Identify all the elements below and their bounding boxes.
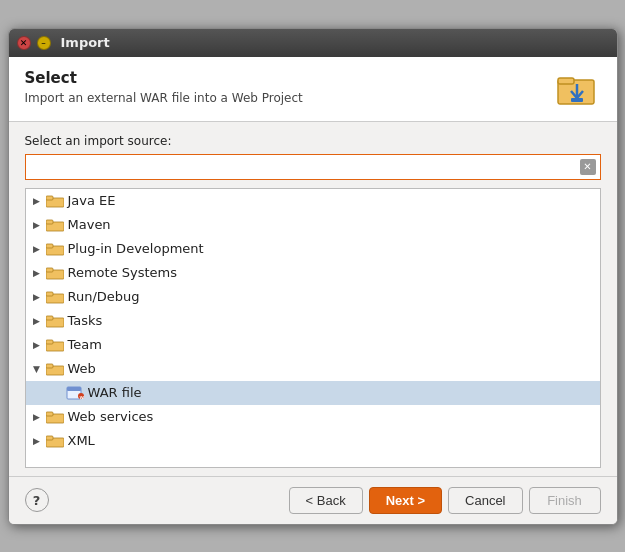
svg-rect-13 [46,292,53,296]
expand-icon: ▶ [30,314,44,328]
search-clear-button[interactable]: ✕ [580,159,596,175]
header-icon [553,69,601,109]
tree-item-war-file[interactable]: W WAR file [26,381,600,405]
finish-button[interactable]: Finish [529,487,601,514]
war-icon: W [66,385,84,401]
svg-rect-25 [46,412,53,416]
folder-icon [46,338,64,352]
tree-item-label: Java EE [68,193,116,208]
tree-item-run-debug[interactable]: ▶ Run/Debug [26,285,600,309]
tree-item-plugin-dev[interactable]: ▶ Plug-in Development [26,237,600,261]
help-button[interactable]: ? [25,488,49,512]
tree-item-label: Plug-in Development [68,241,204,256]
tree-item-label: WAR file [88,385,142,400]
tree-item-web[interactable]: ▼ Web [26,357,600,381]
svg-rect-7 [46,220,53,224]
svg-rect-5 [46,196,53,200]
svg-rect-11 [46,268,53,272]
tree-list[interactable]: ▶ Java EE▶ Maven▶ Plug-in Development▶ R… [25,188,601,468]
tree-item-label: Run/Debug [68,289,140,304]
folder-icon [46,290,64,304]
next-button[interactable]: Next > [369,487,442,514]
folder-icon [46,218,64,232]
tree-container: ▶ Java EE▶ Maven▶ Plug-in Development▶ R… [25,188,601,468]
folder-icon [46,314,64,328]
expand-icon: ▶ [30,338,44,352]
tree-item-label: XML [68,433,95,448]
close-button[interactable]: ✕ [17,36,31,50]
search-label: Select an import source: [25,134,601,148]
back-button[interactable]: < Back [289,487,363,514]
search-box: ✕ [25,154,601,180]
folder-icon [46,194,64,208]
svg-rect-9 [46,244,53,248]
search-input[interactable] [30,159,580,174]
dialog-footer: ? < Back Next > Cancel Finish [9,476,617,524]
folder-icon [46,434,64,448]
tree-item-label: Remote Systems [68,265,178,280]
svg-rect-19 [46,364,53,368]
cancel-button[interactable]: Cancel [448,487,522,514]
tree-item-java-ee[interactable]: ▶ Java EE [26,189,600,213]
expand-icon: ▶ [30,218,44,232]
dialog-header: Select Import an external WAR file into … [9,57,617,122]
svg-rect-27 [46,436,53,440]
tree-item-remote-systems[interactable]: ▶ Remote Systems [26,261,600,285]
tree-item-tasks[interactable]: ▶ Tasks [26,309,600,333]
header-text: Select Import an external WAR file into … [25,69,303,105]
svg-rect-15 [46,316,53,320]
dialog-content: Select an import source: ✕ ▶ Java EE▶ Ma… [9,122,617,476]
expand-icon [50,386,64,400]
svg-rect-21 [67,387,81,391]
svg-rect-1 [558,78,574,84]
tree-item-maven[interactable]: ▶ Maven [26,213,600,237]
tree-item-label: Web services [68,409,154,424]
titlebar: ✕ – Import [9,29,617,57]
folder-icon [46,410,64,424]
expand-icon: ▶ [30,242,44,256]
svg-rect-17 [46,340,53,344]
expand-icon: ▶ [30,410,44,424]
tree-item-label: Maven [68,217,111,232]
svg-text:W: W [79,394,84,399]
folder-icon [46,362,64,376]
minimize-button[interactable]: – [37,36,51,50]
expand-icon: ▼ [30,362,44,376]
folder-icon [46,266,64,280]
page-title: Select [25,69,303,87]
header-description: Import an external WAR file into a Web P… [25,91,303,105]
expand-icon: ▶ [30,290,44,304]
help-section: ? [25,488,49,512]
expand-icon: ▶ [30,266,44,280]
tree-item-web-services[interactable]: ▶ Web services [26,405,600,429]
import-dialog: ✕ – Import Select Import an external WAR… [8,28,618,525]
svg-rect-3 [571,98,583,102]
tree-item-label: Web [68,361,96,376]
action-buttons: < Back Next > Cancel Finish [289,487,601,514]
window-title: Import [61,35,110,50]
folder-icon [46,242,64,256]
tree-item-label: Tasks [68,313,103,328]
tree-item-team[interactable]: ▶ Team [26,333,600,357]
import-icon [556,70,598,108]
tree-item-xml[interactable]: ▶ XML [26,429,600,453]
expand-icon: ▶ [30,434,44,448]
tree-item-label: Team [68,337,102,352]
expand-icon: ▶ [30,194,44,208]
